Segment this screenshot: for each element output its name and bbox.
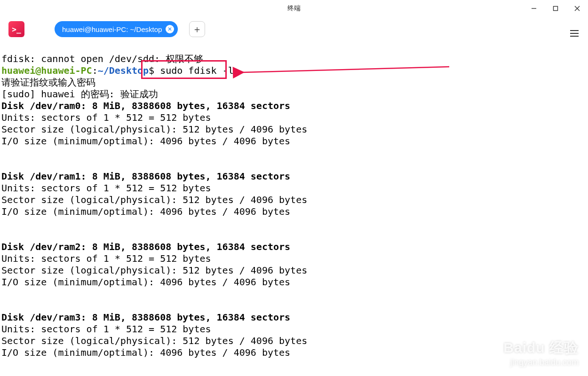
minimize-button[interactable] xyxy=(523,0,545,17)
watermark-url: jingyan.baidu.com xyxy=(503,358,579,368)
tab-close-icon[interactable]: ✕ xyxy=(166,25,174,33)
prompt-userhost: huawei@huawei-PC xyxy=(1,65,92,76)
prompt-command: sudo fdisk -l xyxy=(154,65,234,76)
disk3-sector: Sector size (logical/physical): 512 byte… xyxy=(1,335,307,346)
close-button[interactable] xyxy=(566,0,588,17)
window-titlebar: 终端 xyxy=(0,0,588,17)
disk1-units: Units: sectors of 1 * 512 = 512 bytes xyxy=(1,182,211,194)
disk2-units: Units: sectors of 1 * 512 = 512 bytes xyxy=(1,253,211,264)
line-auth-result: [sudo] huawei 的密码: 验证成功 xyxy=(1,88,158,100)
menu-icon[interactable] xyxy=(570,30,579,37)
tab-label: huawei@huawei-PC: ~/Desktop xyxy=(62,25,162,33)
tab-active[interactable]: huawei@huawei-PC: ~/Desktop ✕ xyxy=(55,21,178,37)
disk3-units: Units: sectors of 1 * 512 = 512 bytes xyxy=(1,323,211,335)
tab-bar: >_ huawei@huawei-PC: ~/Desktop ✕ ＋ xyxy=(0,17,588,41)
disk3-io: I/O size (minimum/optimal): 4096 bytes /… xyxy=(1,347,290,358)
disk2-sector: Sector size (logical/physical): 512 byte… xyxy=(1,265,307,276)
terminal-app-icon[interactable]: >_ xyxy=(8,21,24,37)
svg-rect-1 xyxy=(554,7,558,11)
disk0-io: I/O size (minimum/optimal): 4096 bytes /… xyxy=(1,135,290,147)
maximize-button[interactable] xyxy=(545,0,566,17)
line-auth-prompt: 请验证指纹或输入密码 xyxy=(1,77,95,88)
line-error: fdisk: cannot open /dev/sdd: 权限不够 xyxy=(1,53,203,64)
disk0-sector: Sector size (logical/physical): 512 byte… xyxy=(1,124,307,135)
disk3-header: Disk /dev/ram3: 8 MiB, 8388608 bytes, 16… xyxy=(1,312,290,323)
prompt-colon: : xyxy=(92,65,98,76)
disk1-sector: Sector size (logical/physical): 512 byte… xyxy=(1,194,307,205)
disk0-units: Units: sectors of 1 * 512 = 512 bytes xyxy=(1,112,211,123)
terminal-output[interactable]: fdisk: cannot open /dev/sdd: 权限不够 huawei… xyxy=(0,41,588,359)
disk1-header: Disk /dev/ram1: 8 MiB, 8388608 bytes, 16… xyxy=(1,171,290,182)
prompt-dollar: $ xyxy=(149,65,154,76)
disk0-header: Disk /dev/ram0: 8 MiB, 8388608 bytes, 16… xyxy=(1,100,290,111)
disk1-io: I/O size (minimum/optimal): 4096 bytes /… xyxy=(1,206,290,217)
new-tab-button[interactable]: ＋ xyxy=(189,21,205,37)
window-title: 终端 xyxy=(287,4,301,13)
prompt-path: ~/Desktop xyxy=(98,65,149,76)
disk2-header: Disk /dev/ram2: 8 MiB, 8388608 bytes, 16… xyxy=(1,241,290,252)
window-controls xyxy=(523,0,588,17)
disk2-io: I/O size (minimum/optimal): 4096 bytes /… xyxy=(1,276,290,288)
